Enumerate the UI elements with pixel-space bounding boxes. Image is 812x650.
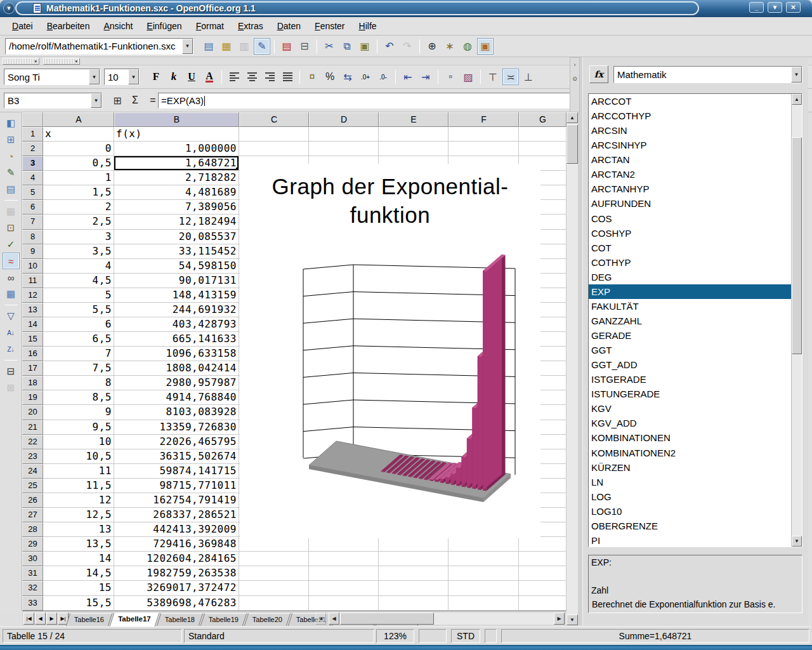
first-sheet-button[interactable]: |◀ [23,613,34,625]
cell-B10[interactable]: 54,598150 [114,259,239,274]
row-header-24[interactable]: 24 [22,464,43,479]
cell-B15[interactable]: 665,141633 [114,332,239,347]
row-header-27[interactable]: 27 [22,508,43,522]
cell-B11[interactable]: 90,017131 [114,274,239,288]
cell-B22[interactable]: 22026,465795 [114,435,239,449]
cell-A21[interactable]: 9,5 [43,420,114,435]
cell-B28[interactable]: 442413,392009 [114,522,239,537]
cell-G29[interactable] [519,537,566,552]
decrease-indent-button[interactable]: ⇤ [400,69,416,85]
delete-decimal-button[interactable]: .0- [375,69,391,85]
cell-A2[interactable]: 0 [43,142,114,156]
row-header-6[interactable]: 6 [22,200,43,215]
menu-fenster[interactable]: Fenster [308,19,351,33]
cell-D2[interactable] [309,142,379,156]
draw-functions-button[interactable]: ✎ [3,164,20,181]
copy-button[interactable]: ⧉ [339,38,355,55]
row-header-25[interactable]: 25 [22,479,43,493]
tab-scroll-left-icon[interactable]: ◀ [315,613,326,625]
cell-A8[interactable]: 3 [43,230,114,244]
sheet-tab-tabelle21[interactable]: Tabelle21 [288,613,335,626]
percent-format-button[interactable]: % [322,69,338,85]
column-header-a[interactable]: A [43,112,114,127]
sheet-tab-tabelle18[interactable]: Tabelle18 [156,613,203,626]
cell-D31[interactable] [309,566,379,581]
horizontal-scrollbar-thumb[interactable] [340,613,434,625]
function-item-arccothyp[interactable]: ARCCOTHYP [589,109,791,123]
align-top-button[interactable]: ⊤ [485,69,501,85]
scroll-right-icon[interactable]: ▶ [554,613,565,625]
undo-button[interactable]: ↶ [381,38,398,55]
cell-G31[interactable] [519,566,566,581]
cell-A4[interactable]: 1 [43,171,114,185]
align-center-vertical-button[interactable]: ≍ [502,69,519,85]
sheet-tab-tabelle16[interactable]: Tabelle16 [66,613,113,626]
cell-A20[interactable]: 9 [43,405,114,420]
panel-splitter[interactable] [578,57,582,625]
cell-A19[interactable]: 8,5 [43,390,114,405]
embedded-chart[interactable]: Graph der Exponential- funktion [240,164,540,538]
cell-F1[interactable] [449,127,519,142]
cell-B4[interactable]: 2,718282 [114,171,239,185]
previous-sheet-button[interactable]: ◀ [35,613,46,625]
row-header-16[interactable]: 16 [22,347,43,361]
row-header-15[interactable]: 15 [22,332,43,347]
bold-button[interactable]: F [148,69,164,85]
scroll-left-icon[interactable]: ◀ [329,613,339,625]
cell-E30[interactable] [379,552,449,566]
row-header-12[interactable]: 12 [22,288,43,303]
row-header-11[interactable]: 11 [22,274,43,288]
gallery-button[interactable]: ▣ [477,38,494,55]
row-header-3[interactable]: 3 [22,156,43,171]
cell-B12[interactable]: 148,413159 [114,288,239,303]
row-header-19[interactable]: 19 [22,390,43,405]
row-header-5[interactable]: 5 [22,185,43,200]
cell-E29[interactable] [379,537,449,552]
cell-G2[interactable] [519,142,566,156]
insert-object-button[interactable]: ◧ [3,115,20,131]
row-header-21[interactable]: 21 [22,420,43,435]
row-header-9[interactable]: 9 [22,244,43,259]
function-item-istgerade[interactable]: ISTGERADE [589,372,791,387]
menu-ansicht[interactable]: Ansicht [96,19,140,33]
vertical-scrollbar-thumb[interactable] [566,124,578,164]
row-header-14[interactable]: 14 [22,317,43,332]
cell-F29[interactable] [449,537,519,552]
next-sheet-button[interactable]: ▶ [46,613,57,625]
function-item-fakultät[interactable]: FAKULTÄT [589,299,791,314]
row-header-4[interactable]: 4 [22,171,43,185]
function-item-ggt_add[interactable]: GGT_ADD [589,357,791,372]
font-size-combobox[interactable]: 10 ▼ [104,69,140,85]
add-decimal-button[interactable]: .0+ [357,69,374,85]
navigator-button[interactable]: ⊡ [3,220,20,236]
row-header-30[interactable]: 30 [22,552,43,566]
row-header-20[interactable]: 20 [22,405,43,420]
cell-A14[interactable]: 6 [43,317,114,332]
currency-format-button[interactable]: ¤ [304,69,320,85]
edit-file-button[interactable]: ✎ [254,38,270,55]
function-list-scrollbar[interactable]: ▲ ▼ [791,94,802,547]
find-replace-button[interactable]: ∞ [3,269,20,286]
align-justify-button[interactable] [279,69,296,85]
cell-A3[interactable]: 0,5 [43,156,114,171]
cell-C29[interactable] [239,537,309,552]
sheet-tab-tabelle17[interactable]: Tabelle17 [110,613,160,627]
cell-B21[interactable]: 13359,726830 [114,420,239,435]
status-insert-mode[interactable] [419,629,447,643]
row-header-18[interactable]: 18 [22,376,43,390]
function-item-log10[interactable]: LOG10 [589,504,791,519]
minimize-button[interactable]: _ [749,2,764,13]
cell-B2[interactable]: 1,000000 [114,142,239,156]
cell-B23[interactable]: 36315,502674 [114,449,239,464]
row-header-23[interactable]: 23 [22,449,43,464]
align-bottom-button[interactable]: ⊥ [520,69,537,85]
function-wizard-button[interactable]: ⊞ [109,92,126,109]
title-bar[interactable]: ▼ Mathematik1-Funktionen.sxc - OpenOffic… [0,0,812,17]
increase-indent-button[interactable]: ⇥ [417,69,434,85]
column-header-f[interactable]: F [449,112,519,127]
cell-B5[interactable]: 4,481689 [114,185,239,200]
row-header-17[interactable]: 17 [22,361,43,376]
standard-format-button[interactable]: ⇆ [339,69,356,85]
cell-B13[interactable]: 244,691932 [114,303,239,317]
cell-A15[interactable]: 6,5 [43,332,114,347]
